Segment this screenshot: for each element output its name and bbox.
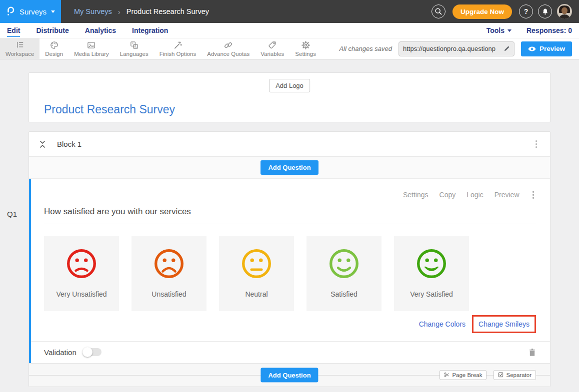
eye-icon xyxy=(528,46,536,52)
toolbar-item-advance-quotas[interactable]: Advance Quotas xyxy=(202,38,255,59)
tab-distribute[interactable]: Distribute xyxy=(36,26,68,34)
breadcrumb: My Surveys › Product Research Survey xyxy=(74,7,209,16)
rating-option-label: Neutral xyxy=(245,290,268,298)
smiley-rating-scale: Very Unsatisfied Unsatisfied xyxy=(44,236,536,311)
toolbar-item-media-library[interactable]: Media Library xyxy=(68,38,114,59)
toolbar-item-design[interactable]: Design xyxy=(40,38,68,59)
workspace-icon xyxy=(15,40,24,50)
chevron-down-icon xyxy=(508,29,512,32)
rating-option-unsatisfied[interactable]: Unsatisfied xyxy=(132,236,206,311)
rating-option-satisfied[interactable]: Satisfied xyxy=(306,236,382,311)
gear-icon xyxy=(301,40,310,50)
question-number-label: Q1 xyxy=(7,210,17,218)
preview-button[interactable]: Preview xyxy=(521,41,572,56)
breadcrumb-separator-icon: › xyxy=(118,7,120,16)
breadcrumb-current-survey: Product Research Survey xyxy=(126,7,209,15)
change-smileys-link[interactable]: Change Smileys xyxy=(478,320,530,328)
smiley-options-links: Change Colors Change Smileys xyxy=(44,315,536,333)
toolbar-item-workspace[interactable]: Workspace xyxy=(0,38,40,59)
question-preview-link[interactable]: Preview xyxy=(494,191,520,199)
upgrade-now-button[interactable]: Upgrade Now xyxy=(452,4,512,19)
block-title[interactable]: Block 1 xyxy=(57,140,82,148)
rating-option-label: Satisfied xyxy=(330,290,358,298)
search-button[interactable] xyxy=(432,4,446,18)
checkbox-icon xyxy=(498,372,504,378)
validation-row: Validation xyxy=(31,341,550,363)
notifications-button[interactable] xyxy=(538,4,552,18)
question-menu: Settings Copy Logic Preview xyxy=(44,179,536,201)
add-logo-button[interactable]: Add Logo xyxy=(269,79,310,92)
question-copy-link[interactable]: Copy xyxy=(440,191,456,199)
tab-integration[interactable]: Integration xyxy=(132,26,168,34)
tab-edit[interactable]: Edit xyxy=(7,26,20,34)
header-actions: Upgrade Now ? xyxy=(432,4,579,19)
surveys-product-menu[interactable]: Surveys xyxy=(0,0,61,23)
tag-icon xyxy=(268,40,277,50)
preview-label: Preview xyxy=(540,45,565,52)
survey-url-field[interactable]: https://questionpro.qa.questionp xyxy=(398,41,514,56)
translate-icon: * A xyxy=(130,40,139,50)
annotation-highlight-box: Change Smileys xyxy=(472,315,536,333)
top-header-bar: Surveys My Surveys › Product Research Su… xyxy=(0,0,579,23)
validation-label: Validation xyxy=(44,348,76,357)
edit-pencil-icon[interactable] xyxy=(504,45,510,52)
toolbar-item-settings[interactable]: Settings xyxy=(290,38,322,59)
nav-tabs: Edit Distribute Analytics Integration xyxy=(7,26,168,34)
question-settings-link[interactable]: Settings xyxy=(403,191,428,199)
block-card: Block 1 Add Question Settings Copy Logic… xyxy=(28,131,550,387)
footer-tools: Page Break Separator xyxy=(440,370,536,380)
rating-option-label: Very Unsatisfied xyxy=(56,290,106,298)
block-menu-icon[interactable] xyxy=(534,138,540,150)
rating-option-neutral[interactable]: Neutral xyxy=(219,236,294,311)
collapse-block-icon[interactable] xyxy=(39,140,46,148)
user-avatar[interactable] xyxy=(557,4,572,19)
unsatisfied-smiley-icon xyxy=(152,247,186,280)
page-break-label: Page Break xyxy=(452,372,482,378)
separator-button[interactable]: Separator xyxy=(494,370,536,380)
questionpro-logo-icon xyxy=(6,5,15,17)
avatar-photo xyxy=(557,4,572,19)
page-break-button[interactable]: Page Break xyxy=(440,370,486,380)
validation-toggle[interactable] xyxy=(84,348,102,356)
search-icon xyxy=(434,7,442,15)
rating-option-very-satisfied[interactable]: Very Satisfied xyxy=(394,236,469,311)
tab-analytics[interactable]: Analytics xyxy=(85,26,116,34)
surveys-menu-label: Surveys xyxy=(20,7,46,16)
question-mark-icon: ? xyxy=(524,7,528,15)
scissors-icon xyxy=(444,372,450,378)
svg-text:A: A xyxy=(134,45,137,48)
question-text[interactable]: How satisfied are you with our services xyxy=(44,207,536,224)
survey-nav-bar: Edit Distribute Analytics Integration To… xyxy=(0,23,579,38)
question-logic-link[interactable]: Logic xyxy=(466,191,483,199)
toolbar-item-finish-options[interactable]: Finish Options xyxy=(154,38,202,59)
chain-link-icon xyxy=(224,40,233,50)
separator-label: Separator xyxy=(506,372,532,378)
editor-workspace: Q1 Add Logo Product Research Survey Bloc… xyxy=(0,59,579,392)
toolbar-right: All changes saved https://questionpro.qa… xyxy=(339,38,579,59)
nav-right: Tools Responses: 0 xyxy=(486,26,572,34)
image-icon xyxy=(86,40,96,50)
add-question-button-top[interactable]: Add Question xyxy=(260,160,318,175)
breadcrumb-my-surveys[interactable]: My Surveys xyxy=(74,7,112,15)
block-footer: Add Question Page Break xyxy=(29,363,550,387)
save-status-text: All changes saved xyxy=(339,45,392,52)
question-menu-icon[interactable] xyxy=(530,189,536,201)
chevron-down-icon xyxy=(51,10,55,13)
rating-option-very-unsatisfied[interactable]: Very Unsatisfied xyxy=(44,236,119,311)
magic-wand-icon xyxy=(173,40,182,50)
add-question-button-bottom[interactable]: Add Question xyxy=(260,368,318,382)
bell-icon xyxy=(542,8,549,15)
toolbar-item-variables[interactable]: Variables xyxy=(255,38,290,59)
toggle-knob xyxy=(82,347,92,357)
rating-option-label: Very Satisfied xyxy=(410,290,453,298)
toolbar-item-languages[interactable]: * A Languages xyxy=(114,38,154,59)
help-button[interactable]: ? xyxy=(519,4,533,18)
change-colors-link[interactable]: Change Colors xyxy=(419,320,466,328)
survey-title[interactable]: Product Research Survey xyxy=(44,103,175,116)
block-header: Block 1 xyxy=(29,132,550,157)
trash-icon xyxy=(528,348,536,357)
editor-toolbar: Workspace Design Media Library * A xyxy=(0,38,579,59)
survey-header-card: Add Logo Product Research Survey xyxy=(28,72,550,122)
delete-question-button[interactable] xyxy=(528,348,536,357)
tools-menu[interactable]: Tools xyxy=(486,26,512,34)
